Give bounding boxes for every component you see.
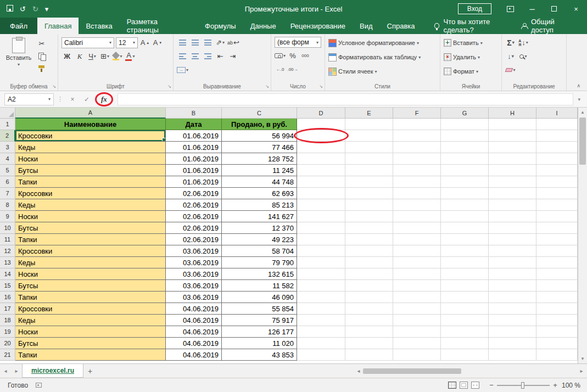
cell-I8[interactable] — [536, 199, 578, 211]
autosum-button[interactable]: Σ▾ — [505, 37, 516, 48]
cell-G8[interactable] — [441, 199, 489, 211]
page-break-view-button[interactable] — [471, 382, 479, 389]
clear-button[interactable]: ▾ — [505, 64, 516, 76]
zoom-out-button[interactable]: − — [487, 381, 496, 389]
cell-H18[interactable] — [489, 315, 536, 326]
cell-E21[interactable] — [345, 349, 393, 361]
sort-filter-button[interactable]: АЯ↓▾ — [518, 37, 529, 48]
customize-qat-icon[interactable]: ▾ — [45, 5, 49, 13]
wrap-text-button[interactable]: ab↩ — [227, 37, 239, 48]
row-header-21[interactable]: 21 — [0, 349, 15, 361]
cell-H4[interactable] — [489, 153, 536, 165]
copy-button[interactable] — [36, 51, 47, 62]
increase-indent-button[interactable]: ⇥ — [227, 51, 238, 62]
cell-A21[interactable]: Тапки — [15, 349, 166, 361]
cell-C5[interactable]: 11 245 — [222, 165, 297, 176]
new-sheet-button[interactable]: + — [83, 364, 97, 378]
cell-B1[interactable]: Дата — [166, 119, 222, 130]
cell-A8[interactable]: Кеды — [15, 199, 166, 211]
tab-formulas[interactable]: Формулы — [198, 18, 243, 34]
cell-I3[interactable] — [536, 142, 578, 153]
merge-center-button[interactable]: ↔▾ — [177, 64, 188, 76]
column-header-E[interactable]: E — [345, 108, 393, 119]
format-as-table-button[interactable]: Форматировать как таблицу ▾ — [328, 51, 437, 63]
decrease-indent-button[interactable]: ⇤ — [215, 51, 226, 62]
insert-cells-button[interactable]: + Вставить ▾ — [444, 37, 498, 49]
cell-F18[interactable] — [393, 315, 441, 326]
cell-I15[interactable] — [536, 280, 578, 292]
cell-B20[interactable]: 04.06.2019 — [166, 338, 222, 349]
cell-I9[interactable] — [536, 211, 578, 222]
cell-I14[interactable] — [536, 268, 578, 280]
row-header-15[interactable]: 15 — [0, 280, 15, 292]
cell-A12[interactable]: Кроссовки — [15, 245, 166, 257]
cell-E10[interactable] — [345, 222, 393, 234]
tab-data[interactable]: Данные — [243, 18, 283, 34]
row-header-3[interactable]: 3 — [0, 142, 15, 153]
cell-C19[interactable]: 126 177 — [222, 326, 297, 338]
cell-C21[interactable]: 43 853 — [222, 349, 297, 361]
row-header-12[interactable]: 12 — [0, 245, 15, 257]
cell-G16[interactable] — [441, 292, 489, 303]
tab-page-layout[interactable]: Разметка страницы — [120, 18, 198, 34]
row-header-19[interactable]: 19 — [0, 326, 15, 338]
row-header-14[interactable]: 14 — [0, 268, 15, 280]
format-painter-button[interactable] — [36, 63, 47, 75]
cell-C20[interactable]: 11 020 — [222, 338, 297, 349]
cell-A9[interactable]: Носки — [15, 211, 166, 222]
row-header-20[interactable]: 20 — [0, 338, 15, 349]
cell-H15[interactable] — [489, 280, 536, 292]
align-bottom-button[interactable] — [202, 37, 213, 48]
sheet-nav-right-icon[interactable]: ▸ — [11, 364, 22, 378]
macro-record-icon[interactable] — [36, 383, 42, 388]
cell-C14[interactable]: 132 615 — [222, 268, 297, 280]
cell-F5[interactable] — [393, 165, 441, 176]
cell-D16[interactable] — [297, 292, 345, 303]
cell-B18[interactable]: 04.06.2019 — [166, 315, 222, 326]
cell-E18[interactable] — [345, 315, 393, 326]
cell-B12[interactable]: 03.06.2019 — [166, 245, 222, 257]
column-header-F[interactable]: F — [393, 108, 441, 119]
row-header-16[interactable]: 16 — [0, 292, 15, 303]
column-header-B[interactable]: B — [166, 108, 222, 119]
cell-G2[interactable] — [441, 130, 489, 142]
cell-G15[interactable] — [441, 280, 489, 292]
cell-D4[interactable] — [297, 153, 345, 165]
cell-I10[interactable] — [536, 222, 578, 234]
cell-G9[interactable] — [441, 211, 489, 222]
format-cells-button[interactable]: Формат ▾ — [444, 65, 498, 77]
cut-button[interactable]: ✂ — [36, 38, 47, 49]
cell-G6[interactable] — [441, 176, 489, 188]
cell-B2[interactable]: 01.06.2019 — [166, 130, 222, 142]
cell-A15[interactable]: Бутсы — [15, 280, 166, 292]
cell-D5[interactable] — [297, 165, 345, 176]
row-header-18[interactable]: 18 — [0, 315, 15, 326]
cell-C2[interactable]: 56 994 — [222, 130, 297, 142]
row-header-4[interactable]: 4 — [0, 153, 15, 165]
cell-A13[interactable]: Кеды — [15, 257, 166, 268]
cell-E5[interactable] — [345, 165, 393, 176]
name-box[interactable]: A2 ▾ — [4, 93, 54, 105]
cell-E20[interactable] — [345, 338, 393, 349]
cell-B16[interactable]: 03.06.2019 — [166, 292, 222, 303]
cell-F11[interactable] — [393, 234, 441, 245]
cell-I2[interactable] — [536, 130, 578, 142]
name-box-dropdown-icon[interactable]: ▾ — [48, 97, 51, 102]
row-header-6[interactable]: 6 — [0, 176, 15, 188]
insert-function-button[interactable]: fx — [100, 93, 108, 105]
tab-review[interactable]: Рецензирование — [283, 18, 353, 34]
fill-button[interactable]: ↓▾ — [505, 51, 516, 62]
align-right-button[interactable] — [202, 51, 213, 62]
cell-H3[interactable] — [489, 142, 536, 153]
decrease-font-button[interactable]: А▼ — [152, 37, 163, 48]
close-button[interactable]: × — [565, 0, 587, 18]
cell-G3[interactable] — [441, 142, 489, 153]
cell-H8[interactable] — [489, 199, 536, 211]
horizontal-scrollbar[interactable]: ◂ ▸ — [354, 364, 587, 378]
alignment-dialog-launcher[interactable]: ↘ — [265, 85, 269, 89]
cell-E19[interactable] — [345, 326, 393, 338]
cell-I12[interactable] — [536, 245, 578, 257]
cell-E4[interactable] — [345, 153, 393, 165]
column-header-D[interactable]: D — [297, 108, 345, 119]
tell-me-search[interactable]: Что вы хотите сделать? — [434, 18, 522, 34]
